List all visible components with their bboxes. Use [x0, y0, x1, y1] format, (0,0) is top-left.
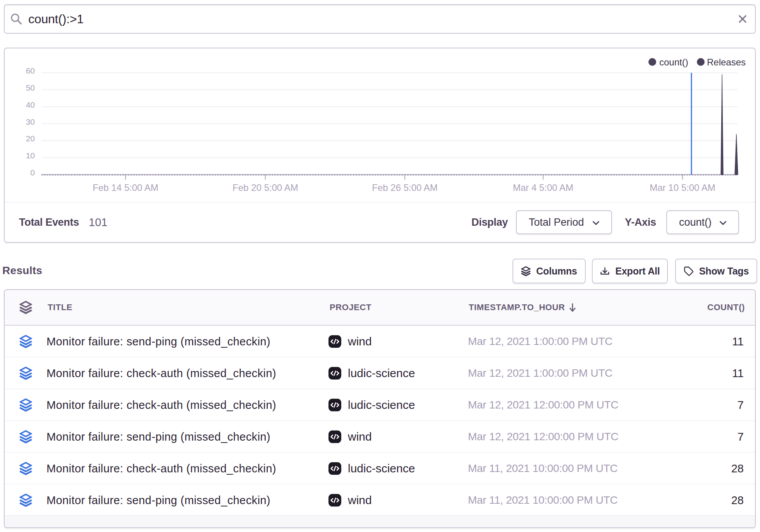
svg-text:Mar 4 5:00 AM: Mar 4 5:00 AM — [513, 182, 573, 193]
svg-text:20: 20 — [26, 134, 35, 143]
svg-text:Feb 20 5:00 AM: Feb 20 5:00 AM — [232, 182, 298, 193]
svg-text:0: 0 — [30, 168, 35, 177]
svg-text:10: 10 — [26, 151, 35, 160]
svg-text:Feb 14 5:00 AM: Feb 14 5:00 AM — [93, 182, 158, 193]
svg-text:60: 60 — [26, 66, 35, 75]
svg-text:Releases: Releases — [707, 57, 746, 67]
svg-text:30: 30 — [26, 117, 35, 126]
svg-text:40: 40 — [26, 100, 35, 109]
svg-text:Mar 10 5:00 AM: Mar 10 5:00 AM — [650, 182, 715, 193]
svg-text:count(): count() — [659, 57, 688, 67]
svg-text:50: 50 — [26, 83, 35, 92]
svg-text:Feb 26 5:00 AM: Feb 26 5:00 AM — [372, 182, 437, 193]
